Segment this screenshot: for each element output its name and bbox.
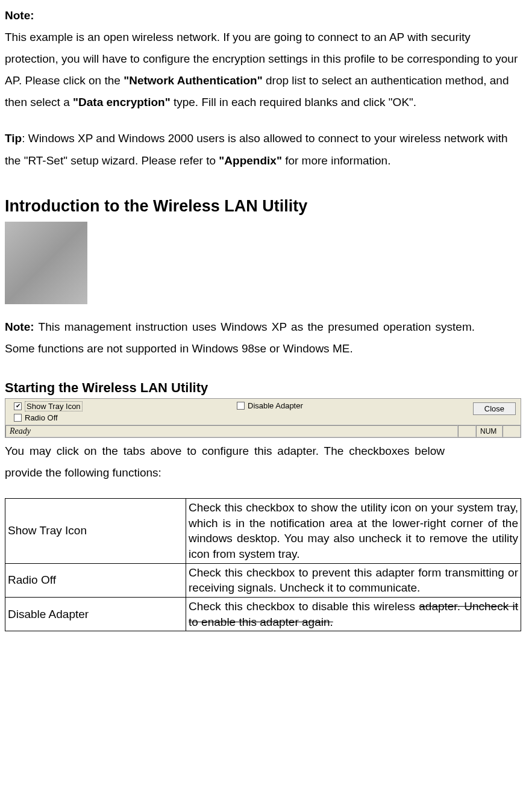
note-paragraph: Note: This example is an open wireless n…: [5, 5, 521, 113]
functions-table: Show Tray Icon Check this checkbox to sh…: [5, 498, 521, 631]
tip-paragraph: Tip: Windows XP and Windows 2000 users i…: [5, 128, 521, 171]
note2-text: This management instruction uses Windows…: [5, 320, 475, 355]
cell-disable-adapter-left: Disable Adapter: [5, 597, 186, 631]
note-label: Note:: [5, 9, 34, 22]
close-button[interactable]: Close: [473, 402, 516, 415]
table-row: Radio Off Check this checkbox to prevent…: [5, 563, 521, 597]
note2-label: Note:: [5, 320, 34, 333]
show-tray-icon-label: Show Tray Icon: [25, 401, 83, 411]
show-tray-icon-checkbox[interactable]: ✔: [14, 402, 22, 410]
utility-image-placeholder: [5, 222, 87, 304]
status-gap-1: [458, 425, 476, 437]
cell-show-tray-left: Show Tray Icon: [5, 499, 186, 564]
status-gap-2: [503, 425, 521, 437]
radio-off-label: Radio Off: [25, 413, 58, 422]
note2-paragraph: Note: This management instruction uses W…: [5, 316, 475, 360]
note-bold-1: "Network Authentication": [124, 74, 263, 87]
cell-show-tray-right: Check this checkbox to show the utility …: [186, 499, 521, 564]
note-bold-2: "Data encryption": [73, 96, 171, 108]
status-bar: Ready NUM: [5, 425, 521, 437]
radio-off-row[interactable]: Radio Off: [14, 413, 237, 422]
after-shot-text: You may click on the tabs above to confi…: [5, 440, 445, 484]
show-tray-icon-row[interactable]: ✔ Show Tray Icon: [14, 401, 237, 411]
tip-label: Tip: [5, 132, 22, 145]
status-ready: Ready: [5, 425, 458, 437]
intro-heading: Introduction to the Wireless LAN Utility: [5, 197, 521, 216]
table-row: Disable Adapter Check this checkbox to d…: [5, 597, 521, 631]
status-num: NUM: [476, 425, 503, 437]
disable-adapter-label: Disable Adapter: [248, 401, 303, 410]
cell-disable-adapter-right: Check this checkbox to disable this wire…: [186, 597, 521, 631]
disable-adapter-row[interactable]: Disable Adapter: [237, 401, 456, 410]
radio-off-checkbox[interactable]: [14, 414, 22, 422]
tip-bold: "Appendix": [219, 154, 282, 167]
starting-heading: Starting the Wireless LAN Utility: [5, 380, 521, 396]
table-row: Show Tray Icon Check this checkbox to sh…: [5, 499, 521, 564]
note-text-3: type. Fill in each required blanks and c…: [171, 96, 416, 108]
utility-toolbar-screenshot: ✔ Show Tray Icon Radio Off Disable Adapt…: [5, 398, 521, 438]
disable-adapter-checkbox[interactable]: [237, 402, 245, 410]
tip-text-c: for more information.: [282, 154, 391, 167]
cell-radio-off-left: Radio Off: [5, 563, 186, 597]
cell-radio-off-right: Check this checkbox to prevent this adap…: [186, 563, 521, 597]
cell-disable-adapter-text-a: Check this checkbox to disable this wire…: [189, 600, 419, 613]
